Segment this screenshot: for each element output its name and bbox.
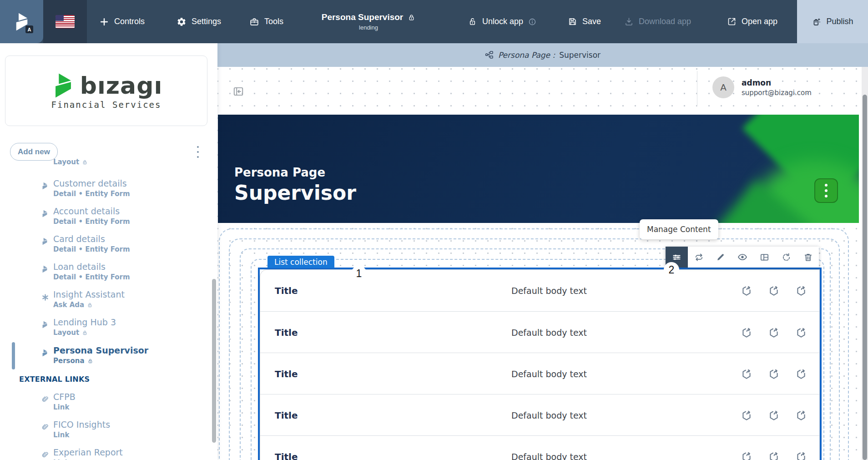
list-row[interactable]: Title Default body text bbox=[260, 353, 819, 394]
save-label: Save bbox=[582, 17, 601, 26]
swap-icon bbox=[694, 252, 704, 263]
action-hexagon-icon[interactable] bbox=[767, 368, 780, 380]
sidebar-item-lending-hub-3[interactable]: Lending Hub 3 Layout bbox=[0, 317, 217, 343]
sidebar-item-loan-details[interactable]: Loan details Detail • Entity Form bbox=[0, 262, 217, 287]
hero-banner[interactable]: Persona Page Supervisor bbox=[218, 115, 859, 223]
sidebar-link-experian-report[interactable]: Experian Report Link bbox=[0, 447, 217, 460]
action-hexagon-icon[interactable] bbox=[767, 409, 780, 422]
plus-icon bbox=[99, 17, 109, 27]
user-chip[interactable]: A admon support@bizagi.com bbox=[712, 76, 812, 98]
refresh-icon bbox=[781, 252, 792, 263]
action-hexagon-icon[interactable] bbox=[795, 284, 807, 297]
sidebar-link-fico-insights[interactable]: FICO Insights Link bbox=[0, 420, 217, 445]
row-body: Default body text bbox=[511, 270, 587, 311]
form-arrow-icon bbox=[41, 210, 49, 217]
sidebar-scrollbar[interactable] bbox=[212, 279, 216, 443]
breadcrumb-name: Supervisor bbox=[559, 51, 601, 60]
row-body: Default body text bbox=[511, 312, 587, 353]
controls-button[interactable]: Controls bbox=[99, 0, 145, 43]
breadcrumb-type: Persona Page : bbox=[498, 51, 555, 60]
row-body: Default body text bbox=[511, 436, 587, 460]
app-title-block: Persona Supervisor lending bbox=[300, 0, 437, 43]
info-icon[interactable] bbox=[528, 18, 536, 26]
delete-widget-button[interactable] bbox=[797, 247, 819, 268]
action-hexagon-icon[interactable] bbox=[740, 284, 753, 297]
row-actions bbox=[740, 436, 807, 460]
refresh-binding-button[interactable] bbox=[775, 247, 797, 268]
external-links-header: EXTERNAL LINKS bbox=[19, 375, 90, 384]
row-actions bbox=[740, 270, 807, 311]
action-hexagon-icon[interactable] bbox=[767, 284, 780, 297]
action-hexagon-icon[interactable] bbox=[795, 409, 807, 422]
hero-options-kebab-button[interactable] bbox=[814, 178, 838, 203]
layout-button[interactable] bbox=[753, 247, 775, 268]
list-row[interactable]: Title Default body text bbox=[260, 311, 819, 353]
sidebar-item-card-details[interactable]: Card details Detail • Entity Form bbox=[0, 234, 217, 259]
selected-widget-outline[interactable]: Title Default body text Title Default bo… bbox=[258, 268, 822, 460]
unlock-app-button[interactable]: Unlock app bbox=[468, 0, 536, 43]
us-flag-icon bbox=[56, 15, 75, 28]
app-builder-window: A Controls Settings Tools Persona Superv… bbox=[0, 0, 868, 460]
action-hexagon-icon[interactable] bbox=[740, 409, 753, 422]
preview-button[interactable] bbox=[732, 247, 753, 268]
publish-button[interactable]: Publish bbox=[797, 0, 868, 43]
sidebar-item-insight-assistant[interactable]: Insight Assistant Ask Ada bbox=[0, 289, 217, 315]
open-app-button[interactable]: Open app bbox=[727, 0, 777, 43]
sidebar-item-scrolled[interactable]: Layout bbox=[0, 158, 217, 168]
sidebar-link-cfpb[interactable]: CFPB Link bbox=[0, 392, 217, 417]
list-row[interactable]: Title Default body text bbox=[260, 435, 819, 460]
lock-icon bbox=[87, 302, 93, 308]
paperclip-icon bbox=[41, 451, 49, 459]
tools-button[interactable]: Tools bbox=[249, 0, 283, 43]
open-app-label: Open app bbox=[742, 17, 777, 26]
paperclip-icon bbox=[41, 395, 49, 404]
sidebar-item-customer-details[interactable]: Customer details Detail • Entity Form bbox=[0, 178, 217, 204]
sliders-icon bbox=[671, 252, 682, 263]
avatar: A bbox=[712, 76, 734, 98]
edit-button[interactable] bbox=[710, 247, 732, 268]
action-hexagon-icon[interactable] bbox=[740, 450, 753, 460]
replace-widget-button[interactable] bbox=[688, 247, 710, 268]
save-button[interactable]: Save bbox=[568, 0, 601, 43]
active-item-indicator bbox=[12, 342, 15, 369]
sidebar-item-subtitle: Layout bbox=[53, 158, 88, 166]
row-title: Title bbox=[275, 394, 298, 436]
logo-badge: A bbox=[25, 25, 33, 33]
lock-icon bbox=[408, 14, 415, 21]
user-name: admon bbox=[742, 78, 812, 87]
action-hexagon-icon[interactable] bbox=[740, 326, 753, 339]
settings-button[interactable]: Settings bbox=[177, 0, 221, 43]
gear-icon bbox=[177, 17, 187, 27]
list-row[interactable]: Title Default body text bbox=[260, 394, 819, 435]
action-hexagon-icon[interactable] bbox=[795, 368, 807, 380]
row-actions bbox=[740, 312, 807, 353]
unlock-app-label: Unlock app bbox=[482, 17, 523, 26]
row-actions bbox=[740, 394, 807, 436]
sidebar-menu-kebab-icon[interactable] bbox=[195, 146, 201, 158]
brand-tagline: Financial Services bbox=[51, 100, 161, 110]
top-navbar: A Controls Settings Tools Persona Superv… bbox=[0, 0, 868, 43]
download-app-button[interactable]: Download app bbox=[624, 0, 691, 43]
hero-eyebrow: Persona Page bbox=[234, 166, 325, 179]
row-title: Title bbox=[275, 353, 298, 394]
action-hexagon-icon[interactable] bbox=[767, 326, 780, 339]
sidebar-item-persona-supervisor[interactable]: Persona Supervisor Persona bbox=[0, 345, 217, 371]
action-hexagon-icon[interactable] bbox=[767, 450, 780, 460]
page-scrollbar[interactable] bbox=[863, 95, 867, 460]
language-selector[interactable] bbox=[43, 0, 87, 43]
bizagi-app-logo[interactable]: A bbox=[0, 0, 43, 43]
action-hexagon-icon[interactable] bbox=[795, 450, 807, 460]
controls-label: Controls bbox=[114, 17, 145, 26]
form-arrow-icon bbox=[41, 182, 49, 190]
publish-label: Publish bbox=[826, 17, 853, 26]
canvas-divider bbox=[697, 71, 697, 106]
breadcrumb[interactable]: Persona Page : Supervisor bbox=[217, 43, 868, 67]
bizagi-brand-icon bbox=[50, 72, 76, 99]
action-hexagon-icon[interactable] bbox=[740, 368, 753, 380]
user-email: support@bizagi.com bbox=[742, 89, 812, 97]
collapse-panel-icon[interactable] bbox=[232, 86, 245, 97]
list-row[interactable]: Title Default body text bbox=[260, 270, 819, 311]
page-type-icon bbox=[485, 51, 494, 60]
sidebar-item-account-details[interactable]: Account details Detail • Entity Form bbox=[0, 206, 217, 232]
action-hexagon-icon[interactable] bbox=[795, 326, 807, 339]
